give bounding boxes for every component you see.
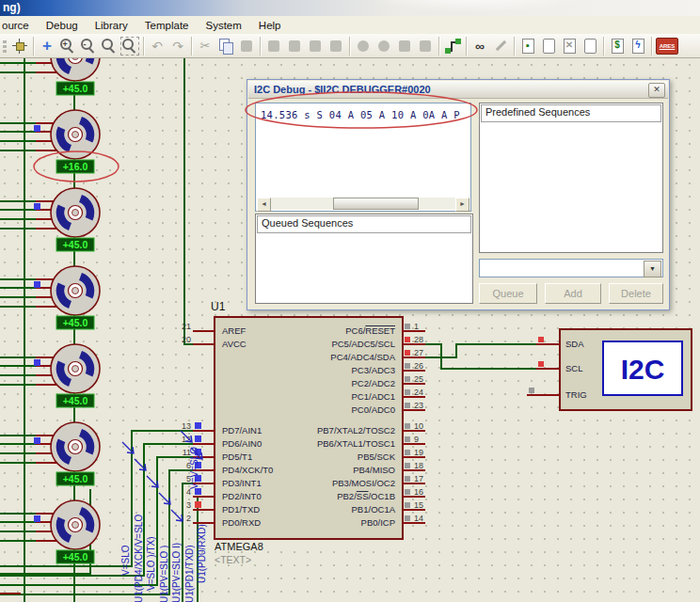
pin-state-indicator bbox=[405, 403, 410, 408]
i2c-debug-titlebar[interactable]: I2C Debug - $II2C DEBUGGER#0020 bbox=[248, 81, 668, 99]
menu-source[interactable]: ource bbox=[0, 17, 38, 34]
bill-of-materials-icon[interactable]: $ bbox=[608, 37, 627, 55]
pin-label: PC6/RESET bbox=[345, 325, 395, 336]
pin-number: 21 bbox=[182, 322, 191, 331]
motor-shaft-hole bbox=[72, 366, 79, 372]
pin-number: 2 bbox=[186, 514, 191, 523]
property-assignment-icon[interactable] bbox=[491, 37, 510, 55]
predefined-sequences-list[interactable]: Predefined Sequences bbox=[479, 103, 663, 253]
chip-value[interactable]: ATMEGA8 bbox=[215, 541, 263, 552]
pin-label: PC3/ADC3 bbox=[352, 365, 395, 375]
motor-value-label: +45.0 bbox=[63, 395, 88, 406]
scrollbar-thumb[interactable] bbox=[333, 198, 418, 210]
close-icon[interactable]: ✕ bbox=[648, 83, 665, 98]
packaging-tool-icon[interactable] bbox=[395, 37, 414, 55]
menu-system[interactable]: System bbox=[198, 17, 250, 34]
window-title: ng) bbox=[3, 1, 21, 14]
queued-sequences-list[interactable]: Queued Sequences bbox=[255, 214, 473, 304]
menu-library[interactable]: Library bbox=[87, 17, 136, 34]
block-move-icon[interactable] bbox=[285, 37, 304, 55]
menu-template[interactable]: Template bbox=[136, 17, 198, 34]
pin-label: SCL bbox=[565, 363, 582, 373]
toolbar-separator bbox=[260, 37, 261, 55]
titlebar-gloss bbox=[305, 0, 587, 16]
scroll-right-icon[interactable]: ► bbox=[455, 198, 469, 212]
delete-button[interactable]: Delete bbox=[609, 283, 663, 304]
pin-label: PD7/AIN1 bbox=[222, 425, 262, 436]
pin-label: PD1/TXD bbox=[222, 504, 260, 515]
paste-icon[interactable] bbox=[237, 37, 256, 55]
title-bar[interactable]: ng) bbox=[0, 0, 700, 16]
zoom-out-icon[interactable]: - bbox=[79, 37, 98, 55]
toolbar-separator bbox=[514, 37, 515, 55]
origin-icon[interactable] bbox=[10, 37, 29, 55]
i2c-output-pane[interactable]: 14.536 s S 04 A 05 A 10 A 0A A P ◄ ► bbox=[255, 103, 471, 212]
chevron-down-icon[interactable]: ▼ bbox=[644, 261, 661, 277]
zoom-all-icon[interactable] bbox=[120, 37, 139, 55]
zoom-area-icon[interactable] bbox=[100, 37, 119, 55]
wire-label: V=SLO bbox=[120, 545, 131, 576]
pin-state-indicator bbox=[538, 337, 544, 342]
partial-toolbar-icon[interactable] bbox=[2, 37, 8, 55]
pin-number: 15 bbox=[414, 500, 423, 510]
pin-state-indicator bbox=[405, 502, 410, 508]
queue-button[interactable]: Queue bbox=[479, 283, 537, 304]
block-delete-icon[interactable] bbox=[326, 37, 345, 55]
pin-number: 14 bbox=[414, 514, 423, 523]
pin-number: 13 bbox=[182, 421, 191, 431]
pin-label: PB4/MISO bbox=[353, 465, 395, 475]
motor-value-label: +45.0 bbox=[63, 551, 88, 562]
motor-value-label: +45.0 bbox=[63, 83, 88, 94]
motor-shaft-hole bbox=[72, 210, 79, 216]
pin-number: 18 bbox=[414, 461, 423, 470]
pin-number: 26 bbox=[414, 361, 423, 371]
application-window: ng) ource Debug Library Template System … bbox=[0, 0, 700, 602]
pin-state-indicator bbox=[405, 350, 410, 356]
pin-label: PD2/INT0 bbox=[222, 491, 262, 501]
pan-icon[interactable]: + bbox=[38, 37, 56, 55]
toolbar-separator bbox=[603, 37, 604, 55]
pin-number: 28 bbox=[414, 335, 423, 344]
toolbar-separator bbox=[143, 37, 144, 55]
wire-label: U1(PD0/RXD) bbox=[197, 524, 207, 583]
pin-label: PC0/ADC0 bbox=[352, 404, 395, 415]
motor-shaft-hole bbox=[72, 444, 79, 451]
pin-state-indicator bbox=[405, 363, 410, 369]
zoom-in-icon[interactable]: + bbox=[58, 37, 77, 55]
block-copy-icon[interactable] bbox=[264, 37, 283, 55]
chip-reference[interactable]: U1 bbox=[211, 300, 226, 313]
copy-icon[interactable] bbox=[216, 37, 235, 55]
redo-icon[interactable]: ↷ bbox=[168, 37, 187, 55]
make-device-icon[interactable] bbox=[374, 37, 393, 55]
decompose-icon[interactable] bbox=[416, 37, 435, 55]
undo-icon[interactable]: ↶ bbox=[148, 37, 167, 55]
wire-autorouter-icon[interactable] bbox=[443, 37, 462, 55]
pick-device-icon[interactable] bbox=[354, 37, 373, 55]
toolbar-separator bbox=[438, 37, 439, 55]
remove-backannotation-icon[interactable]: ✕ bbox=[560, 37, 579, 55]
cut-icon[interactable]: ✂ bbox=[196, 37, 215, 55]
add-button[interactable]: Add bbox=[545, 283, 601, 304]
wire-label: U1(PD1/TXD) bbox=[184, 545, 195, 602]
reannotate-icon[interactable] bbox=[581, 37, 599, 55]
pin-label: PB6/XTAL1/TOSC1 bbox=[317, 438, 395, 449]
toolbar: ++-↶↷✂∞▪✕$ϟARES bbox=[0, 34, 700, 58]
electrical-rule-check-icon[interactable]: ϟ bbox=[628, 37, 647, 55]
horizontal-scrollbar[interactable]: ◄ ► bbox=[257, 198, 469, 210]
pin-label: PB5/SCK bbox=[358, 452, 396, 462]
toolbar-separator bbox=[466, 37, 467, 55]
pin-number: 19 bbox=[414, 448, 423, 457]
model-compile-icon[interactable] bbox=[539, 37, 558, 55]
block-rotate-icon[interactable] bbox=[306, 37, 325, 55]
scroll-left-icon[interactable]: ◄ bbox=[257, 198, 271, 212]
sequence-combobox[interactable]: ▼ bbox=[479, 259, 663, 277]
search-tag-icon[interactable]: ∞ bbox=[470, 37, 489, 55]
menu-help[interactable]: Help bbox=[250, 17, 290, 34]
toolbar-separator bbox=[191, 37, 192, 55]
pin-state-indicator bbox=[195, 422, 201, 429]
toolbar-separator bbox=[349, 37, 350, 55]
wire-label: V=SLO )/TX) bbox=[146, 536, 156, 591]
menu-debug[interactable]: Debug bbox=[38, 17, 87, 34]
netlist-compile-icon[interactable]: ▪ bbox=[518, 37, 537, 55]
ares-netlist-transfer-icon[interactable]: ARES bbox=[656, 38, 678, 55]
